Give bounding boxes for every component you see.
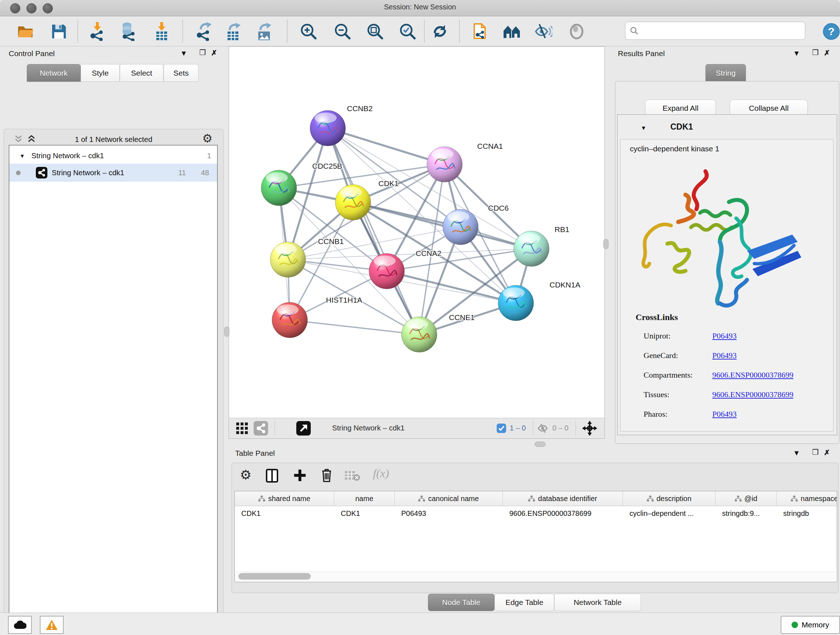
add-column-icon[interactable] [294,469,306,483]
zoom-in-button[interactable] [299,22,318,41]
table-options-gear-icon[interactable]: ⚙ [240,467,251,483]
network-tree-root-row[interactable]: ▼ String Network – cdk1 1 [9,148,217,164]
horizontal-scrollbar [235,572,835,581]
search-input[interactable] [638,27,792,35]
open-in-new-window-icon[interactable] [296,421,311,437]
table-panel-collapse-icon[interactable]: ▼ [792,448,801,458]
crosslink-link[interactable]: P06493 [712,351,737,360]
left-divider-handle[interactable] [224,326,229,337]
node-count: 11 [178,168,186,177]
cloud-status-button[interactable] [8,616,32,634]
warnings-button[interactable] [40,616,64,634]
network-node-RB1[interactable] [514,231,549,266]
home-button[interactable] [503,22,522,41]
column-header-name[interactable]: name [334,491,395,506]
network-node-CCNE1[interactable] [401,317,437,352]
control-panel-close-icon[interactable]: ✗ [210,48,219,57]
function-builder-icon: f(x) [373,467,389,480]
crosslink-link[interactable]: 9606.ENSP00000378699 [712,390,793,399]
network-overview-icon[interactable] [254,421,268,437]
network-node-CDC6[interactable] [443,209,478,245]
node-table: shared namenamecanonical namedatabase id… [234,491,837,582]
column-header-databaseidentifier[interactable]: database identifier [503,491,623,506]
string-network-icon [36,167,47,179]
network-node-CCNB2[interactable] [310,111,346,146]
network-tree: ▼ String Network – cdk1 1 String Network… [9,145,218,635]
network-node-HIST1H1A[interactable] [272,302,308,338]
zoom-selected-button[interactable] [398,22,417,41]
export-image-button[interactable] [255,22,274,41]
table-cell: P06493 [395,506,503,521]
tab-node-table[interactable]: Node Table [428,594,494,611]
network-from-file-button[interactable] [471,22,490,41]
network-node-CDK1[interactable] [335,185,371,220]
delete-table-icon-disabled [345,470,360,483]
network-node-CDKN1A[interactable] [498,285,534,321]
tree-expander-icon[interactable]: ▼ [19,153,25,159]
show-columns-icon[interactable] [266,469,278,484]
import-network-icon [88,22,107,41]
control-panel-float-icon[interactable]: ❒ [198,48,207,57]
memory-button[interactable]: Memory [781,616,840,634]
table-cell: stringdb [777,506,837,521]
tab-network[interactable]: Network [27,64,81,82]
save-session-button[interactable] [50,22,68,41]
apply-layout-button[interactable] [431,22,449,41]
network-canvas[interactable]: CCNB2CCNA1CDC25BCDK1CDC6RB1CCNB1CCNA2CDK… [229,47,605,418]
open-session-button[interactable] [16,22,35,41]
column-header-description[interactable]: description [623,491,715,506]
control-panel-collapse-icon[interactable]: ▼ [179,49,188,58]
help-icon: ? [823,23,840,40]
network-node-CCNA2[interactable] [369,253,404,289]
network-edge[interactable] [328,128,445,165]
network-node-CCNA1[interactable] [427,147,462,182]
export-table-button[interactable] [224,22,243,41]
tab-select[interactable]: Select [120,64,164,82]
network-edge[interactable] [279,165,445,188]
network-view-toolbar: String Network – cdk1 1 – 0 0 – 0 [229,418,605,439]
scrollbar-thumb[interactable] [238,573,311,580]
tab-string[interactable]: String [706,64,746,82]
tab-network-table[interactable]: Network Table [554,594,641,611]
zoom-out-button[interactable] [333,22,352,41]
import-network-file-button[interactable] [88,22,107,41]
network-node-CDC25B[interactable] [261,170,297,206]
network-options-gear-icon[interactable]: ⚙ [202,131,213,145]
tab-style[interactable]: Style [81,64,120,82]
delete-column-icon[interactable] [321,468,332,484]
crosslink-link[interactable]: 9606.ENSP00000378699 [712,371,793,380]
table-panel-float-icon[interactable]: ❒ [811,448,820,457]
birdseye-navigator-icon[interactable] [582,421,597,437]
window-title: Session: New Session [0,3,840,11]
import-network-database-button[interactable] [119,22,138,41]
column-header-canonicalname[interactable]: canonical name [395,491,503,506]
crosslink-link[interactable]: P06493 [712,331,737,340]
right-divider-handle[interactable] [603,239,608,249]
column-header-id[interactable]: @id [715,491,777,506]
table-panel-close-icon[interactable]: ✗ [822,448,832,457]
export-network-button[interactable] [195,22,214,41]
node-label-CDC25B: CDC25B [312,162,342,170]
results-panel-close-icon[interactable]: ✗ [822,48,832,57]
show-graphics-button[interactable] [567,22,586,41]
network-edge[interactable] [290,320,419,334]
results-panel-collapse-icon[interactable]: ▼ [792,49,801,58]
import-table-button[interactable] [152,22,171,41]
zoom-fit-button[interactable] [366,22,385,41]
hide-graphics-details-button[interactable] [534,22,553,41]
column-header-namespace[interactable]: namespace [777,491,837,506]
crosslink-link[interactable]: P06493 [712,409,737,419]
network-collection-label: String Network – cdk1 [32,151,104,160]
tab-sets[interactable]: Sets [164,64,199,82]
network-node-CCNB1[interactable] [270,242,306,277]
tab-edge-table[interactable]: Edge Table [494,594,554,611]
column-header-sharedname[interactable]: shared name [235,491,334,506]
network-tree-item-row[interactable]: String Network – cdk1 11 48 [9,164,217,182]
grid-view-icon[interactable] [235,422,248,436]
table-row[interactable]: CDK1CDK1P064939606.ENSP00000378699cyclin… [235,506,837,521]
results-panel-float-icon[interactable]: ❒ [811,48,820,57]
selected-nodes-checkbox[interactable] [497,424,506,434]
card-collapse-icon[interactable]: ▼ [641,125,646,131]
crosslink-row: Tissues:9606.ENSP00000378699 [644,390,828,399]
help-button[interactable]: ? [822,22,840,41]
